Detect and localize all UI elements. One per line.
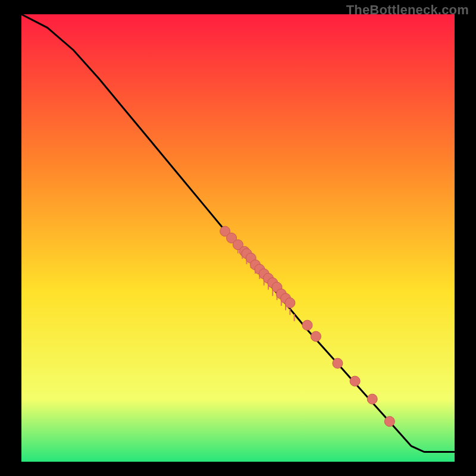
data-marker xyxy=(285,298,295,308)
data-marker xyxy=(367,394,377,404)
data-marker xyxy=(311,331,321,342)
chart-svg xyxy=(21,14,455,462)
chart-frame: TheBottleneck.com xyxy=(0,0,476,476)
gradient-background xyxy=(21,14,455,462)
data-marker xyxy=(350,376,360,386)
data-marker xyxy=(302,320,312,330)
plot-area xyxy=(21,14,455,462)
watermark-text: TheBottleneck.com xyxy=(346,2,469,18)
data-marker xyxy=(384,416,394,427)
data-marker xyxy=(333,358,343,368)
